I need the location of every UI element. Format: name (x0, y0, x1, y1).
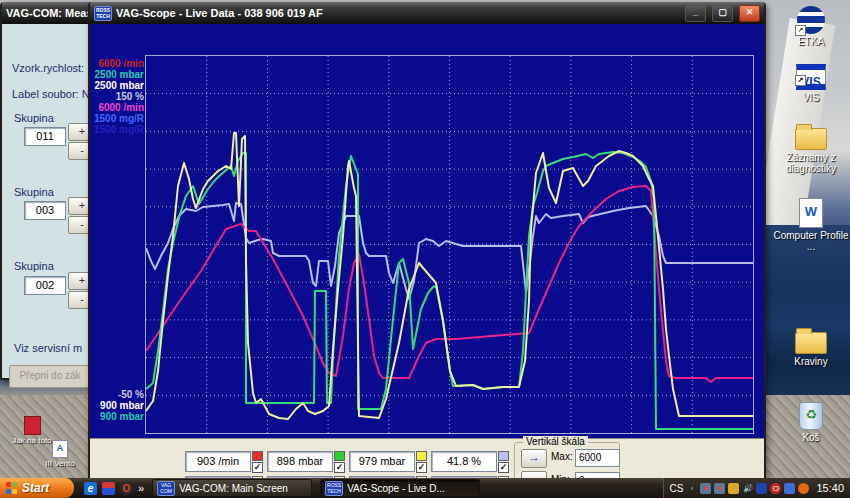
basic-settings-button[interactable]: Přepni do zák (9, 365, 91, 388)
opera-icon[interactable]: O (120, 482, 133, 495)
max-value-field[interactable]: 6000 (575, 449, 620, 467)
sample-rate-label: Vzork.rychlost: (12, 62, 84, 74)
etka-globe-icon: ↗ (797, 6, 825, 34)
task-label: VAG-COM: Main Screen (179, 483, 288, 494)
channel-toggle-2[interactable]: ✓ (334, 451, 347, 470)
desktop-icon-vento[interactable]: A III Vento (30, 440, 90, 468)
shortcut-arrow-icon: ↗ (795, 25, 806, 36)
start-button[interactable]: Start (0, 478, 74, 498)
maximize-button[interactable]: ▢ (712, 5, 733, 22)
start-label: Start (22, 481, 49, 495)
legend-entry: 1500 mg/R (92, 113, 144, 124)
taskbar-task-vagscope[interactable]: ROSSTECH VAG-Scope - Live D... (320, 479, 480, 497)
trace-boost-pressure-actual (146, 152, 753, 429)
folder-icon (795, 332, 827, 354)
desktop-icon-etka[interactable]: ↗ ETKA (773, 6, 849, 47)
desktop-icon-label: ETKA (773, 36, 849, 47)
vagcom-client-area: Vzork.rychlost: Label soubor: N Skupina … (2, 24, 98, 378)
updater-icon[interactable] (798, 483, 809, 494)
readout-value: 898 mbar (267, 451, 333, 472)
blue-app-icon[interactable] (756, 483, 767, 494)
close-button[interactable]: ✕ (739, 5, 760, 22)
power-icon[interactable]: O (770, 483, 781, 494)
scope-plot-svg (146, 56, 753, 433)
ross-tech-icon: ROSSTECH (325, 481, 343, 496)
legend-entry: 2500 mbar (92, 69, 144, 80)
pdf-file-icon (24, 416, 41, 435)
system-tray: CS ‹ ✕ ✕ 🔊 O 15:40 (663, 478, 850, 498)
volume-icon[interactable]: 🔊 (742, 483, 753, 494)
channel-checkbox[interactable]: ✓ (416, 462, 427, 473)
word-document-icon: W (799, 198, 823, 228)
document-icon: A (52, 440, 68, 458)
group-number-field-1[interactable]: 011 (24, 127, 66, 146)
legend-entry: 2500 mbar (92, 80, 144, 91)
desktop-icon-label: Záznamy z diagnostiky (773, 152, 849, 174)
scale-min-entry: 900 mbar (92, 400, 144, 411)
service-manual-text: Viz servisní m (14, 342, 82, 354)
channel-color-swatch (252, 451, 263, 461)
channel-checkbox[interactable]: ✓ (498, 462, 509, 473)
internet-explorer-icon[interactable]: e (84, 482, 97, 495)
scale-up-button[interactable]: → (521, 449, 547, 468)
scale-min-entry: -50 % (92, 389, 144, 400)
channel-color-swatch (334, 451, 345, 461)
network-disconnected-icon[interactable]: ✕ (700, 483, 711, 494)
channel-toggle-3[interactable]: ✓ (416, 451, 429, 470)
vagcom-window: VAG-COM: Measurin Vzork.rychlost: Label … (0, 2, 100, 380)
vagscope-window: ROSSTECH VAG-Scope - Live Data - 038 906… (88, 2, 766, 480)
desktop-icon-label: Kraviny (773, 356, 849, 367)
readout-value: 903 /min (185, 451, 251, 472)
language-indicator[interactable]: CS (670, 483, 684, 494)
scope-plot-area[interactable] (145, 55, 754, 434)
quick-launch-overflow-chevron[interactable]: » (138, 482, 144, 494)
desktop-icon-vis[interactable]: VIS↗ VIS (773, 64, 849, 103)
desktop: ↗ ETKA VIS↗ VIS Záznamy z diagnostiky W … (0, 0, 850, 498)
channel-toggle-1[interactable]: ✓ (252, 451, 265, 470)
desktop-icon-label: Koš (773, 432, 849, 443)
readout-value: 41.8 % (431, 451, 497, 472)
vagscope-titlebar[interactable]: ROSSTECH VAG-Scope - Live Data - 038 906… (90, 2, 764, 24)
max-label: Max: (551, 451, 573, 462)
hide-icons-chevron[interactable]: ‹ (686, 483, 697, 494)
desktop-icon-label: III Vento (30, 459, 90, 468)
taskbar: Start e O » VAGCOM VAG-COM: Main Screen … (0, 478, 850, 498)
scope-client-area: 6000 /min 2500 mbar 2500 mbar 150 % 6000… (90, 24, 764, 478)
group-number-field-3[interactable]: 002 (24, 276, 66, 295)
network-disconnected-icon-2[interactable]: ✕ (714, 483, 725, 494)
channel-checkbox[interactable]: ✓ (252, 462, 263, 473)
quick-launch: e O » (84, 482, 144, 495)
group-label-2: Skupina (14, 186, 54, 198)
messenger-icon[interactable] (728, 483, 739, 494)
legend-entry: 150 % (92, 91, 144, 102)
app-launcher-icon[interactable] (102, 482, 115, 495)
windows-flag-icon (6, 482, 18, 494)
vis-logo-icon: VIS↗ (796, 64, 826, 90)
scale-min-entry: 900 mbar (92, 411, 144, 422)
legend-entry: 6000 /min (92, 102, 144, 113)
shortcut-arrow-icon: ↗ (795, 75, 806, 86)
desktop-icon-recycle-bin[interactable]: ♻ Koš (773, 402, 849, 443)
ross-tech-icon: ROSSTECH (94, 6, 112, 21)
desktop-icon-zaznamy[interactable]: Záznamy z diagnostiky (773, 128, 849, 174)
ross-tech-icon: VAGCOM (157, 481, 175, 496)
legend-entry: 6000 /min (92, 58, 144, 69)
vagcom-window-title: VAG-COM: Measurin (6, 7, 94, 19)
folder-icon (795, 128, 827, 150)
desktop-icon-kraviny[interactable]: Kraviny (773, 332, 849, 367)
group-number-field-2[interactable]: 003 (24, 201, 66, 220)
channel-checkbox[interactable]: ✓ (334, 462, 345, 473)
desktop-icon-label: Computer Profile ... (773, 230, 849, 252)
recycle-bin-icon: ♻ (799, 402, 823, 430)
taskbar-task-vagcom[interactable]: VAGCOM VAG-COM: Main Screen (152, 479, 312, 497)
desktop-icon-computer-profile[interactable]: W Computer Profile ... (773, 198, 849, 252)
legend-entry: 1500 mg/R (92, 124, 144, 135)
scope-legend: 6000 /min 2500 mbar 2500 mbar 150 % 6000… (92, 58, 144, 135)
display-settings-icon[interactable] (784, 483, 795, 494)
minimize-button[interactable]: _ (685, 5, 706, 22)
vertical-scale-title: Vertikál škála (523, 436, 588, 447)
scope-bottom-scale: -50 % 900 mbar 900 mbar (92, 389, 144, 422)
vagcom-titlebar[interactable]: VAG-COM: Measurin (2, 2, 98, 24)
channel-toggle-4[interactable]: ✓ (498, 451, 511, 470)
group-label-1: Skupina (14, 112, 54, 124)
